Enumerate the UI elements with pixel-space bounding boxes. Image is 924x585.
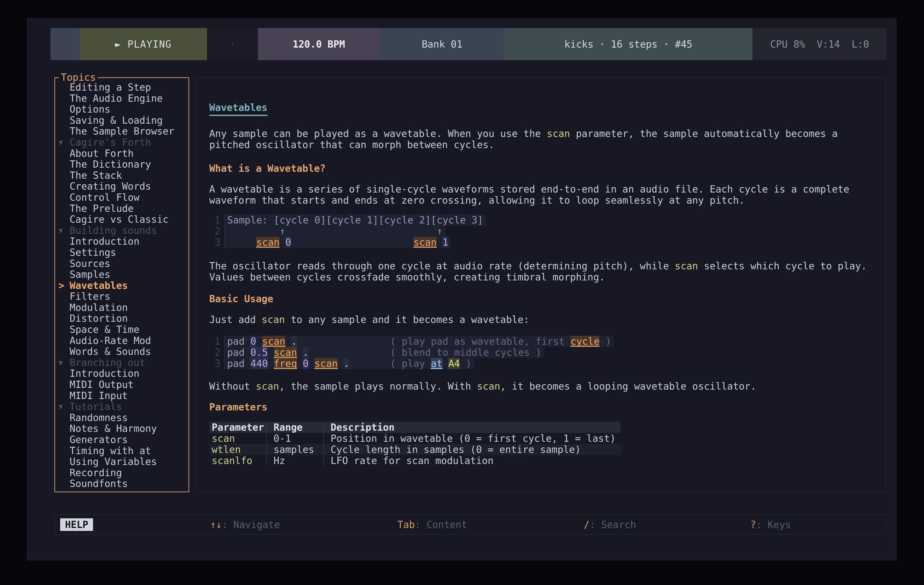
page-title: Wavetables [209,102,267,116]
sidebar-item-sources[interactable]: Sources [55,258,188,269]
inline-keyword: scan [262,314,285,325]
pattern-info[interactable]: kicks · 16 steps · #45 [504,28,752,60]
section-collapse-icon: ▼ [58,401,69,412]
code-line: 2pad 0.5 scan . ( blend to middle cycles… [209,347,876,358]
sidebar-item-editing-a-step[interactable]: Editing a Step [55,82,188,93]
sidebar-item-randomness[interactable]: Randomness [55,412,188,424]
sidebar-item-distortion[interactable]: Distortion [55,313,188,324]
sidebar-item-notes-harmony[interactable]: Notes & Harmony [55,423,188,434]
sidebar-item-timing-with-at[interactable]: Timing with at [55,445,188,456]
selected-marker-icon: > [58,280,69,291]
code-token: pad [227,358,250,369]
code-block: 1Sample: [cycle 0][cycle 1][cycle 2][cyc… [209,214,876,248]
hint-keys: ?: Keys [750,519,791,530]
hint-label: : Navigate [222,519,280,530]
sidebar-item-recording[interactable]: Recording [55,467,188,478]
sidebar-item-the-sample-browser[interactable]: The Sample Browser [55,126,188,137]
sidebar-item-label: Randomness [69,412,128,423]
sidebar-item-samples[interactable]: Samples [55,269,188,280]
sidebar-item-generators[interactable]: Generators [55,434,188,445]
code-token: ↑ [280,226,285,237]
section-heading-parameters: Parameters [209,401,876,412]
section-heading-what-is-a-wavetable: What is a Wavetable? [209,163,876,174]
help-mode-badge: HELP [60,518,93,531]
bpm-display[interactable]: 120.0 BPM [258,28,380,60]
code-text: scan 0 scan 1 [225,237,450,248]
code-token: scan [413,237,437,248]
sidebar-item-modulation[interactable]: Modulation [55,302,188,313]
sidebar-item-space-time[interactable]: Space & Time [55,324,188,335]
sidebar-item-label: The Stack [69,170,122,181]
paragraph: The oscillator reads through one cycle a… [209,260,876,283]
code-token: . [343,358,350,369]
hint-search: /: Search [584,519,636,530]
sidebar-item-midi-input[interactable]: MIDI Input [55,391,188,401]
table-cell: samples [266,444,323,455]
sidebar-item-introduction[interactable]: Introduction [55,236,188,247]
sidebar-item-label: Distortion [69,313,128,324]
transport-status[interactable]: ► PLAYING [79,28,207,60]
system-stats: CPU 8% V:14 L:0 [752,28,887,60]
sidebar-item-label: About Forth [69,148,134,159]
sidebar-item-saving-loading[interactable]: Saving & Loading [55,115,188,126]
sidebar-item-label: Generators [69,434,128,445]
sidebar-item-cagire-vs-classic[interactable]: Cagire vs Classic [55,214,188,225]
sidebar-item-creating-words[interactable]: Creating Words [55,181,188,192]
sidebar-item-the-dictionary[interactable]: The Dictionary [55,159,188,170]
sidebar-item-control-flow[interactable]: Control Flow [55,192,188,203]
code-token: scan [274,347,297,358]
sidebar-item-the-prelude[interactable]: The Prelude [55,203,188,214]
sidebar-item-label: MIDI Output [69,379,134,390]
hint-label: : Keys [756,519,791,530]
bank-display[interactable]: Bank 01 [380,28,504,60]
sidebar-item-using-variables[interactable]: Using Variables [55,456,188,467]
code-token [227,237,256,248]
hint-key: / [584,519,589,530]
text-segment: , the sample plays normally. With [279,381,477,392]
table-row: scanlfoHzLFO rate for scan modulation [209,455,620,466]
section-collapse-icon: ▼ [58,225,69,236]
content-panel[interactable]: WavetablesAny sample can be played as a … [196,77,886,492]
sidebar-item-words-sounds[interactable]: Words & Sounds [55,346,188,357]
table-header-row: ParameterRangeDescription [209,422,620,433]
sidebar-item-label: Wavetables [69,280,128,291]
sidebar-item-introduction[interactable]: Introduction [55,368,188,379]
sidebar-item-tutorials: ▼Tutorials [55,401,188,412]
sidebar-item-soundfonts[interactable]: Soundfonts [55,478,188,489]
sidebar-item-label: MIDI Input [69,390,128,401]
sidebar-item-options[interactable]: Options [55,104,188,115]
sidebar-item-filters[interactable]: Filters [55,291,188,302]
sidebar-item-wavetables[interactable]: >Wavetables [55,280,188,291]
paragraph-line: Without scan, the sample plays normally.… [209,381,876,392]
sidebar-item-label: Samples [69,269,111,280]
sidebar-item-building-sounds: ▼Building sounds [55,225,188,236]
hint-label: : Search [589,519,636,530]
sidebar-item-label: Words & Sounds [69,346,151,357]
text-segment: , it becomes a looping wavetable oscilla… [500,381,756,392]
paragraph: Just add scan to any sample and it becom… [209,314,876,325]
inline-keyword: scan [547,128,570,139]
sidebar-item-audio-rate-mod[interactable]: Audio-Rate Mod [55,335,188,346]
sidebar-item-label: Tutorials [69,401,122,412]
topics-panel-title: Topics [59,72,98,83]
code-token: 0 [303,358,309,369]
sidebar-item-label: Modulation [69,302,128,313]
sidebar-item-label: Settings [69,247,116,258]
sidebar-item-the-audio-engine[interactable]: The Audio Engine [55,93,188,104]
text-segment: The oscillator reads through one cycle a… [209,260,675,272]
sidebar-item-branching-out: ▼Branching out [55,357,188,368]
param-name-cell: scan [209,433,266,444]
code-token [268,347,274,358]
hint-key: ↑↓ [210,519,222,530]
sidebar-item-about-forth[interactable]: About Forth [55,148,188,159]
table-cell: Cycle length in samples (0 = entire samp… [323,444,620,455]
sidebar-item-settings[interactable]: Settings [55,247,188,258]
sidebar-item-the-stack[interactable]: The Stack [55,170,188,181]
code-line: 1Sample: [cycle 0][cycle 1][cycle 2][cyc… [209,214,876,226]
sidebar-item-midi-output[interactable]: MIDI Output [55,379,188,391]
sidebar-item-label: Branching out [69,357,145,368]
line-number: 1 [209,336,224,347]
code-text: Sample: [cycle 0][cycle 1][cycle 2][cycl… [225,214,486,226]
paragraph-line: A wavetable is a series of single-cycle … [209,184,876,194]
code-token [227,226,280,237]
